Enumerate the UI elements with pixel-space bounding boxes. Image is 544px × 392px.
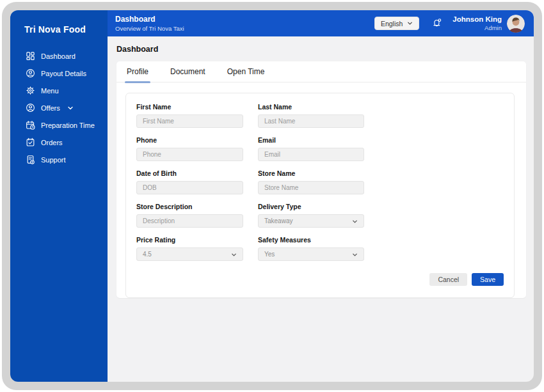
gear-icon <box>26 86 35 95</box>
topbar-titles: Dashboard Overview of Tri Nova Taxi <box>115 15 184 33</box>
sidebar-item-payout-details[interactable]: Payout Details <box>10 65 108 82</box>
calendar-clock-icon <box>26 120 35 130</box>
dashboard-grid-icon <box>26 51 35 61</box>
field-label-email: Email <box>258 136 364 144</box>
last-name-input[interactable] <box>258 114 364 128</box>
field-phone: Phone <box>136 136 243 161</box>
sidebar-item-label: Dashboard <box>41 52 76 60</box>
form-actions: Cancel Save <box>136 273 504 286</box>
field-label-last-name: Last Name <box>258 103 364 111</box>
tab-open-time[interactable]: Open Time <box>227 61 265 82</box>
tab-bar: ProfileDocumentOpen Time <box>116 61 526 82</box>
sidebar-item-menu[interactable]: Menu <box>10 82 108 99</box>
sidebar-item-preparation-time[interactable]: Preparation Time <box>10 116 108 134</box>
dashboard-card: ProfileDocumentOpen Time First NameLast … <box>116 61 526 298</box>
cancel-button[interactable]: Cancel <box>429 273 467 286</box>
app-window: Tri Nova Food DashboardPayout DetailsMen… <box>10 10 534 382</box>
topbar-title: Dashboard <box>115 15 184 24</box>
language-selector[interactable]: English <box>374 17 419 30</box>
user-meta: Johnson King Admin <box>452 15 502 31</box>
calendar-check-icon <box>26 137 35 147</box>
person-circle-icon <box>26 103 35 113</box>
form-grid: First NameLast NamePhoneEmailDate of Bir… <box>136 103 504 261</box>
field-store-description: Store Description <box>136 203 243 228</box>
field-date-of-birth: Date of Birth <box>136 169 243 194</box>
window-frame: Tri Nova Food DashboardPayout DetailsMen… <box>2 2 542 390</box>
tab-document[interactable]: Document <box>170 61 205 82</box>
select-value: Takeaway <box>264 217 292 224</box>
chevron-down-icon <box>407 20 413 27</box>
chevron-down-icon <box>352 216 358 227</box>
sidebar: Tri Nova Food DashboardPayout DetailsMen… <box>10 10 108 382</box>
notifications-bell-icon[interactable] <box>431 18 442 29</box>
date-of-birth-input[interactable] <box>136 181 243 194</box>
field-label-first-name: First Name <box>136 103 243 111</box>
topbar: Dashboard Overview of Tri Nova Taxi Engl… <box>108 10 534 36</box>
store-description-input[interactable] <box>136 214 243 228</box>
user-role: Admin <box>452 24 502 32</box>
topbar-subtitle: Overview of Tri Nova Taxi <box>115 25 184 33</box>
field-price-rating: Price Rating4.5 <box>136 236 243 261</box>
document-info-icon <box>26 155 35 164</box>
select-value: 4.5 <box>143 251 152 258</box>
sidebar-item-offers[interactable]: Offers <box>10 99 108 116</box>
chevron-down-icon <box>352 249 358 260</box>
field-last-name: Last Name <box>258 103 364 128</box>
price-rating-select[interactable]: 4.5 <box>136 247 243 261</box>
sidebar-item-label: Preparation Time <box>41 122 95 129</box>
sidebar-nav: DashboardPayout DetailsMenuOffersPrepara… <box>10 47 108 168</box>
field-delivery-type: Delivery TypeTakeaway <box>258 203 364 228</box>
content-area: Dashboard ProfileDocumentOpen Time First… <box>108 36 534 382</box>
sidebar-item-orders[interactable]: Orders <box>10 134 108 151</box>
avatar[interactable] <box>507 15 525 33</box>
page: Tri Nova Food DashboardPayout DetailsMen… <box>0 0 544 392</box>
sidebar-item-label: Menu <box>41 87 59 95</box>
save-button[interactable]: Save <box>472 273 504 286</box>
sidebar-item-label: Orders <box>41 139 63 146</box>
delivery-type-select[interactable]: Takeaway <box>258 214 364 228</box>
field-label-safety-measures: Safety Measures <box>258 236 364 244</box>
email-input[interactable] <box>258 148 364 161</box>
topbar-actions: English Johnson King <box>374 15 525 33</box>
field-safety-measures: Safety MeasuresYes <box>258 236 364 261</box>
page-title: Dashboard <box>116 45 526 54</box>
field-label-store-name: Store Name <box>258 169 364 177</box>
field-store-name: Store Name <box>258 169 364 194</box>
store-name-input[interactable] <box>258 181 364 194</box>
tab-profile[interactable]: Profile <box>127 61 148 82</box>
select-value: Yes <box>264 251 275 258</box>
field-email: Email <box>258 136 364 161</box>
chevron-down-icon <box>67 105 74 111</box>
sidebar-item-label: Payout Details <box>41 70 86 77</box>
sidebar-item-support[interactable]: Support <box>10 151 108 168</box>
profile-form: First NameLast NamePhoneEmailDate of Bir… <box>125 93 515 298</box>
sidebar-item-label: Offers <box>41 104 60 112</box>
main-column: Dashboard Overview of Tri Nova Taxi Engl… <box>108 10 534 382</box>
phone-input[interactable] <box>136 148 243 161</box>
person-circle-icon <box>26 68 35 78</box>
field-label-date-of-birth: Date of Birth <box>136 169 243 177</box>
user-name: Johnson King <box>452 15 502 24</box>
field-label-store-description: Store Description <box>136 203 243 210</box>
brand-title: Tri Nova Food <box>10 19 108 41</box>
field-label-price-rating: Price Rating <box>136 236 243 244</box>
field-first-name: First Name <box>136 103 243 128</box>
field-label-delivery-type: Delivery Type <box>258 203 364 210</box>
sidebar-item-dashboard[interactable]: Dashboard <box>10 47 108 65</box>
safety-measures-select[interactable]: Yes <box>258 247 364 261</box>
sidebar-item-label: Support <box>41 156 66 164</box>
field-label-phone: Phone <box>136 136 243 144</box>
chevron-down-icon <box>231 249 237 260</box>
first-name-input[interactable] <box>136 114 243 128</box>
language-selector-label: English <box>381 20 403 27</box>
